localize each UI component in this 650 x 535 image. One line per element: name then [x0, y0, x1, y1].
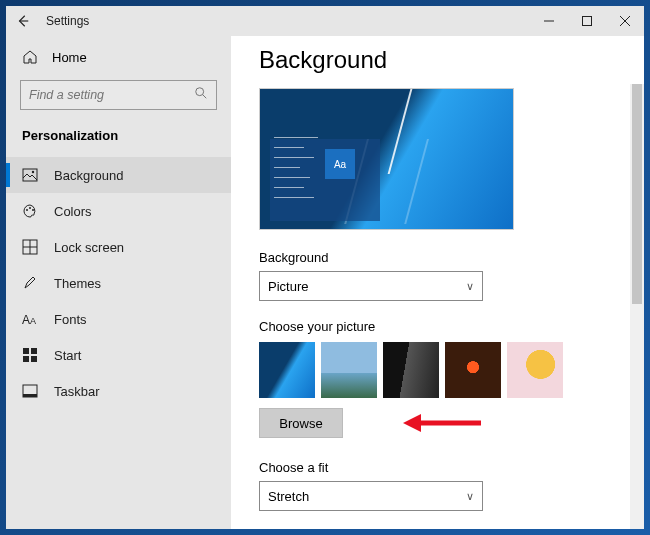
taskbar-icon: [22, 383, 38, 399]
sidebar-item-background[interactable]: Background: [6, 157, 231, 193]
sidebar-item-fonts[interactable]: AA Fonts: [6, 301, 231, 337]
fit-dropdown-value: Stretch: [268, 489, 309, 504]
brush-icon: [22, 275, 38, 291]
sidebar-item-lockscreen[interactable]: Lock screen: [6, 229, 231, 265]
desktop-backdrop: Settings Home: [0, 0, 650, 535]
svg-rect-2: [23, 169, 37, 181]
search-icon: [194, 86, 208, 104]
search-input[interactable]: [29, 88, 194, 102]
titlebar: Settings: [6, 6, 644, 36]
start-icon: [22, 347, 38, 363]
maximize-button[interactable]: [568, 6, 606, 36]
background-field-label: Background: [259, 250, 624, 265]
svg-point-4: [26, 209, 28, 211]
picture-thumb-3[interactable]: [383, 342, 439, 398]
settings-window: Settings Home: [6, 6, 644, 529]
browse-button[interactable]: Browse: [259, 408, 343, 438]
svg-text:A: A: [30, 316, 36, 326]
sidebar-item-colors[interactable]: Colors: [6, 193, 231, 229]
search-box[interactable]: [20, 80, 217, 110]
sidebar-item-label: Lock screen: [54, 240, 124, 255]
lock-grid-icon: [22, 239, 38, 255]
background-dropdown[interactable]: Picture ∨: [259, 271, 483, 301]
svg-rect-11: [31, 348, 37, 354]
picture-thumb-5[interactable]: [507, 342, 563, 398]
back-button[interactable]: [6, 6, 40, 36]
picture-icon: [22, 167, 38, 183]
sidebar-item-label: Fonts: [54, 312, 87, 327]
choose-picture-label: Choose your picture: [259, 319, 624, 334]
background-dropdown-value: Picture: [268, 279, 308, 294]
svg-point-6: [32, 209, 34, 211]
picture-thumbnails: [259, 342, 624, 398]
fonts-icon: AA: [22, 311, 38, 327]
svg-point-5: [29, 207, 31, 209]
svg-rect-12: [23, 356, 29, 362]
chevron-down-icon: ∨: [466, 490, 474, 503]
page-title: Background: [259, 46, 624, 74]
category-header: Personalization: [6, 122, 231, 157]
chevron-down-icon: ∨: [466, 280, 474, 293]
close-button[interactable]: [606, 6, 644, 36]
preview-sample-tile: Aa: [325, 149, 355, 179]
picture-thumb-1[interactable]: [259, 342, 315, 398]
sidebar-item-label: Colors: [54, 204, 92, 219]
svg-rect-0: [583, 17, 592, 26]
sidebar: Home Personalization Background Colors L…: [6, 36, 231, 529]
svg-rect-13: [31, 356, 37, 362]
svg-rect-15: [23, 394, 37, 397]
picture-thumb-2[interactable]: [321, 342, 377, 398]
window-controls: [530, 6, 644, 36]
sidebar-item-start[interactable]: Start: [6, 337, 231, 373]
sidebar-item-label: Background: [54, 168, 123, 183]
fit-field-label: Choose a fit: [259, 460, 624, 475]
app-title: Settings: [46, 14, 89, 28]
svg-rect-10: [23, 348, 29, 354]
sidebar-item-label: Start: [54, 348, 81, 363]
minimize-button[interactable]: [530, 6, 568, 36]
home-icon: [22, 49, 38, 65]
home-label: Home: [52, 50, 87, 65]
picture-thumb-4[interactable]: [445, 342, 501, 398]
browse-button-label: Browse: [279, 416, 322, 431]
fit-dropdown[interactable]: Stretch ∨: [259, 481, 483, 511]
window-body: Home Personalization Background Colors L…: [6, 36, 644, 529]
sidebar-item-themes[interactable]: Themes: [6, 265, 231, 301]
scrollbar-thumb[interactable]: [632, 84, 642, 304]
desktop-preview: Aa: [259, 88, 514, 230]
svg-text:A: A: [22, 313, 30, 326]
content-area: Background Aa Background Picture ∨ Choos…: [231, 36, 644, 529]
sidebar-item-label: Themes: [54, 276, 101, 291]
home-nav[interactable]: Home: [6, 42, 231, 72]
sidebar-item-label: Taskbar: [54, 384, 100, 399]
svg-point-3: [32, 171, 34, 173]
svg-point-1: [196, 88, 204, 96]
sidebar-item-taskbar[interactable]: Taskbar: [6, 373, 231, 409]
palette-icon: [22, 203, 38, 219]
annotation-arrow: [403, 410, 483, 436]
svg-marker-17: [403, 414, 421, 432]
vertical-scrollbar[interactable]: [630, 84, 644, 529]
